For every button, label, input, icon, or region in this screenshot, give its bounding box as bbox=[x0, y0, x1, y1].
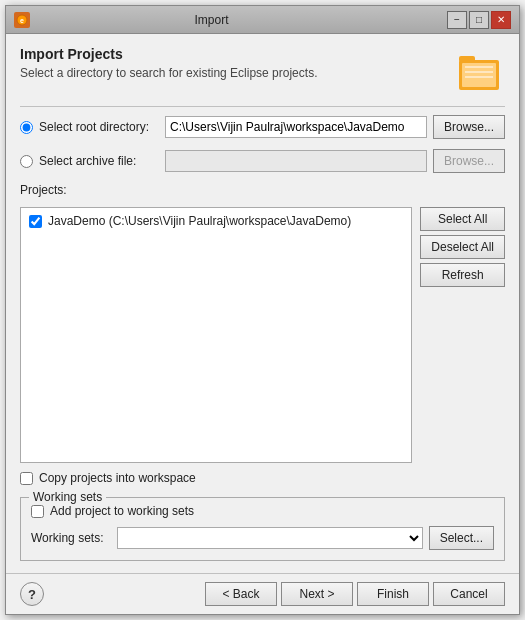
archive-file-input[interactable] bbox=[165, 150, 427, 172]
svg-rect-7 bbox=[465, 76, 493, 78]
add-working-sets-checkbox[interactable] bbox=[31, 505, 44, 518]
add-to-working-sets-row: Add project to working sets bbox=[31, 504, 494, 518]
working-sets-label: Working sets: bbox=[31, 531, 111, 545]
select-all-button[interactable]: Select All bbox=[420, 207, 505, 231]
copy-checkbox-row: Copy projects into workspace bbox=[20, 471, 505, 485]
minimize-button[interactable]: − bbox=[447, 11, 467, 29]
next-button[interactable]: Next > bbox=[281, 582, 353, 606]
header-icon bbox=[457, 46, 505, 94]
title-bar: e Import − □ ✕ bbox=[6, 6, 519, 34]
window-title: Import bbox=[0, 13, 447, 27]
page-title: Import Projects bbox=[20, 46, 317, 62]
archive-file-radio[interactable] bbox=[20, 155, 33, 168]
footer-left: ? bbox=[20, 582, 44, 606]
root-directory-input[interactable] bbox=[165, 116, 427, 138]
browse-archive-button[interactable]: Browse... bbox=[433, 149, 505, 173]
footer-buttons: < Back Next > Finish Cancel bbox=[205, 582, 505, 606]
window-controls: − □ ✕ bbox=[447, 11, 511, 29]
cancel-button[interactable]: Cancel bbox=[433, 582, 505, 606]
refresh-button[interactable]: Refresh bbox=[420, 263, 505, 287]
select-working-sets-button[interactable]: Select... bbox=[429, 526, 494, 550]
root-directory-radio[interactable] bbox=[20, 121, 33, 134]
header-section: Import Projects Select a directory to se… bbox=[20, 46, 505, 94]
projects-area: JavaDemo (C:\Users\Vijin Paulraj\workspa… bbox=[20, 207, 505, 463]
footer: ? < Back Next > Finish Cancel bbox=[6, 573, 519, 614]
svg-rect-3 bbox=[459, 56, 475, 62]
header-text: Import Projects Select a directory to se… bbox=[20, 46, 317, 80]
close-button[interactable]: ✕ bbox=[491, 11, 511, 29]
archive-file-label[interactable]: Select archive file: bbox=[39, 154, 159, 168]
project-name: JavaDemo (C:\Users\Vijin Paulraj\workspa… bbox=[48, 214, 351, 228]
browse-directory-button[interactable]: Browse... bbox=[433, 115, 505, 139]
folder-icon bbox=[457, 46, 505, 94]
copy-checkbox-label[interactable]: Copy projects into workspace bbox=[39, 471, 196, 485]
copy-checkbox[interactable] bbox=[20, 472, 33, 485]
deselect-all-button[interactable]: Deselect All bbox=[420, 235, 505, 259]
working-sets-dropdown[interactable] bbox=[117, 527, 423, 549]
help-button[interactable]: ? bbox=[20, 582, 44, 606]
page-subtitle: Select a directory to search for existin… bbox=[20, 66, 317, 80]
working-sets-group: Working sets Add project to working sets… bbox=[20, 497, 505, 561]
projects-buttons: Select All Deselect All Refresh bbox=[420, 207, 505, 463]
projects-label: Projects: bbox=[20, 183, 505, 197]
svg-rect-5 bbox=[465, 66, 493, 68]
header-divider bbox=[20, 106, 505, 107]
root-directory-row: Select root directory: Browse... bbox=[20, 115, 505, 139]
root-directory-label[interactable]: Select root directory: bbox=[39, 120, 159, 134]
back-button[interactable]: < Back bbox=[205, 582, 277, 606]
projects-list[interactable]: JavaDemo (C:\Users\Vijin Paulraj\workspa… bbox=[20, 207, 412, 463]
project-checkbox[interactable] bbox=[29, 215, 42, 228]
finish-button[interactable]: Finish bbox=[357, 582, 429, 606]
add-working-sets-label[interactable]: Add project to working sets bbox=[50, 504, 194, 518]
working-sets-legend: Working sets bbox=[29, 490, 106, 504]
archive-file-row: Select archive file: Browse... bbox=[20, 149, 505, 173]
working-sets-select-row: Working sets: Select... bbox=[31, 526, 494, 550]
import-dialog: e Import − □ ✕ Import Projects Select a … bbox=[5, 5, 520, 615]
restore-button[interactable]: □ bbox=[469, 11, 489, 29]
list-item: JavaDemo (C:\Users\Vijin Paulraj\workspa… bbox=[25, 212, 407, 230]
main-content: Import Projects Select a directory to se… bbox=[6, 34, 519, 573]
svg-rect-6 bbox=[465, 71, 493, 73]
